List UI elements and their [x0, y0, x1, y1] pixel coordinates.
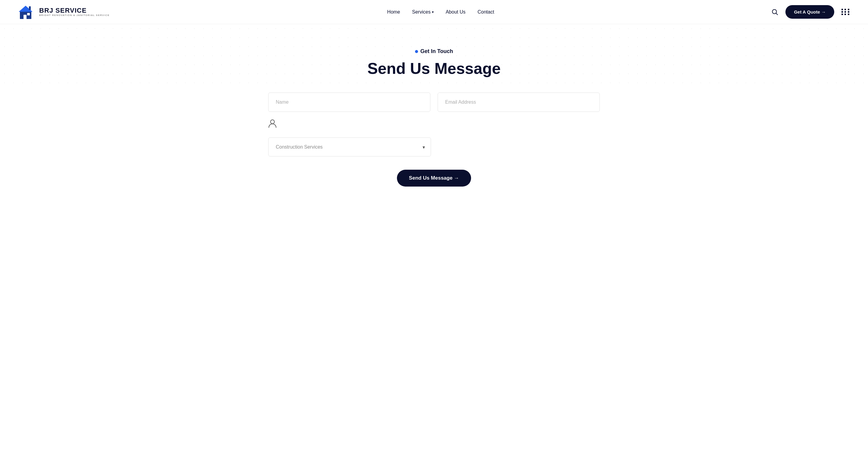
nav-home[interactable]: Home	[387, 9, 400, 14]
grid-dot	[841, 13, 843, 15]
logo-link[interactable]: BRJ SERVICE BRIGHT RENOVATION & JANITORI…	[18, 4, 110, 20]
person-icon	[268, 119, 277, 130]
grid-dot	[844, 11, 846, 13]
grid-dot	[848, 11, 849, 13]
grid-dot	[848, 9, 849, 10]
name-input[interactable]	[268, 93, 430, 112]
nav-links: Home Services ▾ About Us Contact	[387, 9, 494, 15]
email-input[interactable]	[438, 93, 600, 112]
brand-subtitle: BRIGHT RENOVATION & JANITORIAL SERVICE	[39, 14, 110, 17]
nav-contact[interactable]: Contact	[477, 9, 494, 14]
submit-button[interactable]: Send Us Message →	[397, 170, 471, 187]
grid-menu-button[interactable]	[841, 9, 850, 15]
form-row-3: Construction Services Renovation Service…	[268, 137, 600, 156]
section-tag-label: Get In Touch	[421, 48, 453, 55]
section-title: Send Us Message	[367, 59, 501, 77]
tag-dot-icon	[415, 50, 418, 53]
person-icon-row	[268, 119, 431, 130]
form-row-1	[268, 93, 600, 112]
navbar: BRJ SERVICE BRIGHT RENOVATION & JANITORI…	[0, 0, 868, 24]
search-button[interactable]	[772, 9, 778, 15]
service-select[interactable]: Construction Services Renovation Service…	[268, 137, 431, 156]
nav-about[interactable]: About Us	[446, 9, 466, 14]
grid-dot	[848, 13, 849, 15]
contact-form: Construction Services Renovation Service…	[268, 93, 600, 187]
grid-dot	[841, 11, 843, 13]
brand-name: BRJ SERVICE	[39, 7, 110, 14]
quote-button[interactable]: Get A Quote →	[785, 5, 834, 19]
section-tag: Get In Touch	[415, 48, 453, 55]
service-select-wrapper: Construction Services Renovation Service…	[268, 137, 431, 156]
navbar-right: Get A Quote →	[772, 5, 850, 19]
nav-services[interactable]: Services ▾	[412, 9, 433, 15]
submit-row: Send Us Message →	[268, 170, 600, 187]
grid-dot	[844, 9, 846, 10]
svg-line-6	[776, 13, 778, 14]
svg-rect-4	[29, 6, 31, 10]
search-icon	[772, 9, 778, 15]
svg-rect-2	[24, 15, 27, 19]
main-content: Get In Touch Send Us Message	[0, 24, 868, 217]
logo-icon	[18, 4, 36, 20]
grid-dot	[844, 13, 846, 15]
svg-rect-3	[27, 13, 30, 15]
logo-text: BRJ SERVICE BRIGHT RENOVATION & JANITORI…	[39, 7, 110, 17]
grid-dot	[841, 9, 843, 10]
services-chevron-icon: ▾	[432, 10, 434, 14]
svg-point-7	[271, 120, 275, 124]
form-row-2	[268, 119, 600, 130]
